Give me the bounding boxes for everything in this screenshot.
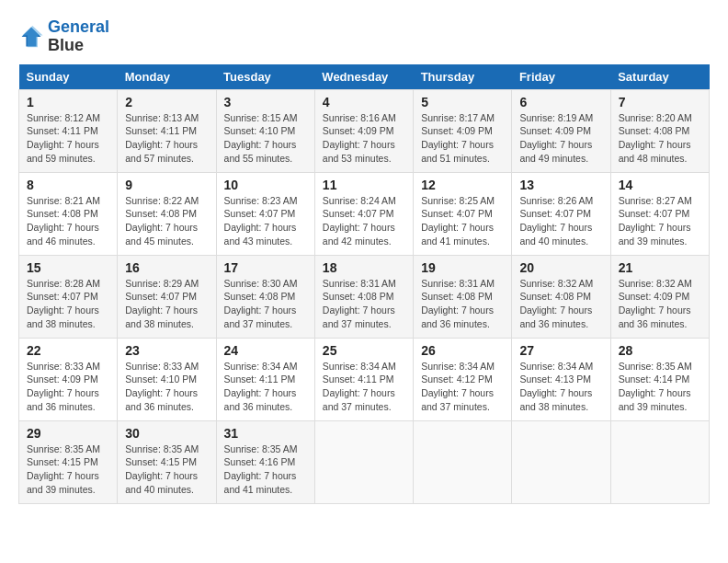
day-number: 5 bbox=[421, 95, 504, 109]
day-number: 29 bbox=[27, 426, 109, 441]
calendar-cell: 4 Sunrise: 8:16 AM Sunset: 4:09 PM Dayli… bbox=[314, 89, 413, 172]
day-number: 30 bbox=[125, 426, 208, 441]
day-number: 8 bbox=[27, 178, 109, 192]
calendar-cell: 10 Sunrise: 8:23 AM Sunset: 4:07 PM Dayl… bbox=[216, 172, 314, 255]
calendar-cell bbox=[610, 420, 709, 503]
day-info: Sunrise: 8:32 AM Sunset: 4:09 PM Dayligh… bbox=[619, 277, 701, 331]
calendar-header: SundayMondayTuesdayWednesdayThursdayFrid… bbox=[19, 64, 710, 90]
day-info: Sunrise: 8:17 AM Sunset: 4:09 PM Dayligh… bbox=[421, 111, 504, 166]
day-number: 25 bbox=[323, 343, 405, 358]
calendar-cell: 24 Sunrise: 8:34 AM Sunset: 4:11 PM Dayl… bbox=[216, 338, 314, 420]
day-info: Sunrise: 8:25 AM Sunset: 4:07 PM Dayligh… bbox=[421, 194, 504, 248]
calendar-cell: 7 Sunrise: 8:20 AM Sunset: 4:08 PM Dayli… bbox=[610, 89, 709, 172]
weekday-header-thursday: Thursday bbox=[414, 64, 512, 90]
day-info: Sunrise: 8:31 AM Sunset: 4:08 PM Dayligh… bbox=[421, 277, 504, 331]
day-number: 18 bbox=[323, 260, 405, 275]
logo-icon bbox=[18, 24, 44, 50]
calendar-cell: 30 Sunrise: 8:35 AM Sunset: 4:15 PM Dayl… bbox=[118, 420, 216, 503]
calendar-cell: 23 Sunrise: 8:33 AM Sunset: 4:10 PM Dayl… bbox=[118, 338, 216, 420]
calendar-cell: 14 Sunrise: 8:27 AM Sunset: 4:07 PM Dayl… bbox=[610, 172, 709, 255]
calendar-cell: 12 Sunrise: 8:25 AM Sunset: 4:07 PM Dayl… bbox=[414, 172, 512, 255]
day-info: Sunrise: 8:35 AM Sunset: 4:15 PM Dayligh… bbox=[125, 442, 208, 497]
day-info: Sunrise: 8:35 AM Sunset: 4:15 PM Dayligh… bbox=[27, 442, 109, 497]
weekday-header-monday: Monday bbox=[118, 64, 216, 90]
calendar-cell: 27 Sunrise: 8:34 AM Sunset: 4:13 PM Dayl… bbox=[512, 338, 610, 420]
day-number: 28 bbox=[619, 343, 701, 358]
day-number: 12 bbox=[421, 178, 504, 192]
calendar-cell bbox=[314, 420, 413, 503]
calendar-week-row: 1 Sunrise: 8:12 AM Sunset: 4:11 PM Dayli… bbox=[19, 89, 710, 172]
weekday-header-wednesday: Wednesday bbox=[314, 64, 413, 90]
calendar-cell: 3 Sunrise: 8:15 AM Sunset: 4:10 PM Dayli… bbox=[216, 89, 314, 172]
calendar-week-row: 22 Sunrise: 8:33 AM Sunset: 4:09 PM Dayl… bbox=[19, 338, 710, 420]
day-number: 22 bbox=[27, 343, 109, 358]
day-info: Sunrise: 8:30 AM Sunset: 4:08 PM Dayligh… bbox=[224, 277, 307, 331]
day-info: Sunrise: 8:34 AM Sunset: 4:13 PM Dayligh… bbox=[519, 360, 602, 414]
calendar-cell: 8 Sunrise: 8:21 AM Sunset: 4:08 PM Dayli… bbox=[19, 172, 118, 255]
calendar-week-row: 8 Sunrise: 8:21 AM Sunset: 4:08 PM Dayli… bbox=[19, 172, 710, 255]
day-number: 27 bbox=[519, 343, 602, 358]
day-number: 21 bbox=[619, 260, 701, 275]
weekday-header-sunday: Sunday bbox=[19, 64, 118, 90]
day-info: Sunrise: 8:13 AM Sunset: 4:11 PM Dayligh… bbox=[125, 111, 208, 166]
day-info: Sunrise: 8:12 AM Sunset: 4:11 PM Dayligh… bbox=[27, 111, 109, 166]
calendar-cell: 21 Sunrise: 8:32 AM Sunset: 4:09 PM Dayl… bbox=[610, 255, 709, 338]
weekday-header-saturday: Saturday bbox=[610, 64, 709, 90]
logo-text: General Blue bbox=[48, 18, 109, 55]
calendar-cell bbox=[512, 420, 610, 503]
day-info: Sunrise: 8:34 AM Sunset: 4:11 PM Dayligh… bbox=[224, 360, 307, 414]
day-number: 3 bbox=[224, 95, 307, 109]
calendar-cell: 28 Sunrise: 8:35 AM Sunset: 4:14 PM Dayl… bbox=[610, 338, 709, 420]
day-number: 9 bbox=[125, 178, 208, 192]
calendar-cell: 17 Sunrise: 8:30 AM Sunset: 4:08 PM Dayl… bbox=[216, 255, 314, 338]
day-number: 17 bbox=[224, 260, 307, 275]
day-number: 10 bbox=[224, 178, 307, 192]
calendar-cell bbox=[414, 420, 512, 503]
day-info: Sunrise: 8:28 AM Sunset: 4:07 PM Dayligh… bbox=[27, 277, 109, 331]
calendar-week-row: 29 Sunrise: 8:35 AM Sunset: 4:15 PM Dayl… bbox=[19, 420, 710, 503]
day-number: 7 bbox=[619, 95, 701, 109]
day-number: 1 bbox=[27, 95, 109, 109]
calendar-cell: 1 Sunrise: 8:12 AM Sunset: 4:11 PM Dayli… bbox=[19, 89, 118, 172]
day-info: Sunrise: 8:15 AM Sunset: 4:10 PM Dayligh… bbox=[224, 111, 307, 166]
day-info: Sunrise: 8:35 AM Sunset: 4:14 PM Dayligh… bbox=[619, 360, 701, 414]
day-number: 26 bbox=[421, 343, 504, 358]
day-number: 13 bbox=[519, 178, 602, 192]
day-info: Sunrise: 8:32 AM Sunset: 4:08 PM Dayligh… bbox=[519, 277, 602, 331]
day-info: Sunrise: 8:19 AM Sunset: 4:09 PM Dayligh… bbox=[519, 111, 602, 166]
day-number: 6 bbox=[519, 95, 602, 109]
weekday-header-tuesday: Tuesday bbox=[216, 64, 314, 90]
day-number: 19 bbox=[421, 260, 504, 275]
day-info: Sunrise: 8:35 AM Sunset: 4:16 PM Dayligh… bbox=[224, 442, 307, 497]
day-number: 11 bbox=[323, 178, 405, 192]
day-info: Sunrise: 8:22 AM Sunset: 4:08 PM Dayligh… bbox=[125, 194, 208, 248]
day-info: Sunrise: 8:34 AM Sunset: 4:11 PM Dayligh… bbox=[323, 360, 405, 414]
logo: General Blue bbox=[18, 18, 109, 55]
day-number: 24 bbox=[224, 343, 307, 358]
day-number: 31 bbox=[224, 426, 307, 441]
calendar-body: 1 Sunrise: 8:12 AM Sunset: 4:11 PM Dayli… bbox=[19, 89, 710, 503]
calendar-cell: 26 Sunrise: 8:34 AM Sunset: 4:12 PM Dayl… bbox=[414, 338, 512, 420]
day-number: 15 bbox=[27, 260, 109, 275]
day-info: Sunrise: 8:34 AM Sunset: 4:12 PM Dayligh… bbox=[421, 360, 504, 414]
day-number: 14 bbox=[619, 178, 701, 192]
calendar-cell: 11 Sunrise: 8:24 AM Sunset: 4:07 PM Dayl… bbox=[314, 172, 413, 255]
day-number: 23 bbox=[125, 343, 208, 358]
day-info: Sunrise: 8:16 AM Sunset: 4:09 PM Dayligh… bbox=[323, 111, 405, 166]
calendar-cell: 15 Sunrise: 8:28 AM Sunset: 4:07 PM Dayl… bbox=[19, 255, 118, 338]
calendar-cell: 22 Sunrise: 8:33 AM Sunset: 4:09 PM Dayl… bbox=[19, 338, 118, 420]
calendar-cell: 20 Sunrise: 8:32 AM Sunset: 4:08 PM Dayl… bbox=[512, 255, 610, 338]
calendar-cell: 9 Sunrise: 8:22 AM Sunset: 4:08 PM Dayli… bbox=[118, 172, 216, 255]
day-info: Sunrise: 8:20 AM Sunset: 4:08 PM Dayligh… bbox=[619, 111, 701, 166]
day-number: 2 bbox=[125, 95, 208, 109]
calendar-cell: 29 Sunrise: 8:35 AM Sunset: 4:15 PM Dayl… bbox=[19, 420, 118, 503]
calendar-table: SundayMondayTuesdayWednesdayThursdayFrid… bbox=[18, 64, 710, 504]
calendar-cell: 5 Sunrise: 8:17 AM Sunset: 4:09 PM Dayli… bbox=[414, 89, 512, 172]
weekday-header-friday: Friday bbox=[512, 64, 610, 90]
day-info: Sunrise: 8:31 AM Sunset: 4:08 PM Dayligh… bbox=[323, 277, 405, 331]
day-info: Sunrise: 8:33 AM Sunset: 4:09 PM Dayligh… bbox=[27, 360, 109, 414]
day-info: Sunrise: 8:33 AM Sunset: 4:10 PM Dayligh… bbox=[125, 360, 208, 414]
calendar-cell: 13 Sunrise: 8:26 AM Sunset: 4:07 PM Dayl… bbox=[512, 172, 610, 255]
calendar-cell: 6 Sunrise: 8:19 AM Sunset: 4:09 PM Dayli… bbox=[512, 89, 610, 172]
page-header: General Blue bbox=[18, 18, 710, 55]
